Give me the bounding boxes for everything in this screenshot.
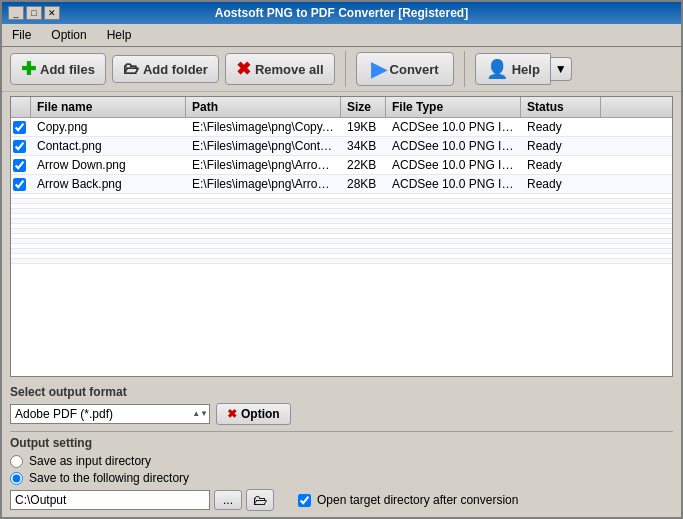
- row-filename: Copy.png: [31, 118, 186, 136]
- row-path: E:\Files\image\png\Arrow ...: [186, 175, 341, 193]
- row-filetype: ACDSee 10.0 PNG Image: [386, 175, 521, 193]
- remove-all-button[interactable]: ✖ Remove all: [225, 53, 335, 85]
- row-size: 19KB: [341, 118, 386, 136]
- menu-file[interactable]: File: [6, 26, 37, 44]
- row-extra: [601, 144, 672, 148]
- bottom-panel: Select output format Adobe PDF (*.pdf) ▲…: [2, 381, 681, 517]
- open-folder-button[interactable]: 🗁: [246, 489, 274, 511]
- col-header-path[interactable]: Path: [186, 97, 341, 117]
- row-checkbox[interactable]: [13, 178, 26, 191]
- add-files-label: Add files: [40, 62, 95, 77]
- row-checkbox-cell[interactable]: [11, 138, 31, 155]
- help-label: Help: [512, 62, 540, 77]
- row-status: Ready: [521, 175, 601, 193]
- row-extra: [601, 182, 672, 186]
- row-status: Ready: [521, 156, 601, 174]
- row-size: 34KB: [341, 137, 386, 155]
- radio-save-as-input-label: Save as input directory: [29, 454, 151, 468]
- row-status: Ready: [521, 118, 601, 136]
- open-target-checkbox-row: Open target directory after conversion: [298, 493, 518, 507]
- toolbar: ✚ Add files 🗁 Add folder ✖ Remove all ▶ …: [2, 47, 681, 92]
- add-folder-label: Add folder: [143, 62, 208, 77]
- row-filetype: ACDSee 10.0 PNG Image: [386, 118, 521, 136]
- directory-input[interactable]: [10, 490, 210, 510]
- title-bar: _ □ ✕ Aostsoft PNG to PDF Converter [Reg…: [2, 2, 681, 24]
- help-button-group: 👤 Help ▼: [475, 53, 572, 85]
- table-row[interactable]: Copy.png E:\Files\image\png\Copy.png 19K…: [11, 118, 672, 137]
- format-row: Adobe PDF (*.pdf) ▲▼ ✖ Option: [10, 403, 673, 425]
- main-window: _ □ ✕ Aostsoft PNG to PDF Converter [Reg…: [0, 0, 683, 519]
- minimize-button[interactable]: _: [8, 6, 24, 20]
- col-header-status[interactable]: Status: [521, 97, 601, 117]
- row-checkbox-cell[interactable]: [11, 157, 31, 174]
- remove-all-label: Remove all: [255, 62, 324, 77]
- output-section: Output setting Save as input directory S…: [10, 436, 673, 511]
- col-header-name[interactable]: File name: [31, 97, 186, 117]
- open-target-label: Open target directory after conversion: [317, 493, 518, 507]
- radio-save-to-row: Save to the following directory: [10, 471, 673, 485]
- row-path: E:\Files\image\png\Copy.png: [186, 118, 341, 136]
- menu-bar: File Option Help: [2, 24, 681, 47]
- maximize-button[interactable]: □: [26, 6, 42, 20]
- table-row[interactable]: Contact.png E:\Files\image\png\Contact..…: [11, 137, 672, 156]
- add-folder-button[interactable]: 🗁 Add folder: [112, 55, 219, 83]
- row-checkbox-cell[interactable]: [11, 119, 31, 136]
- radio-save-input-row: Save as input directory: [10, 454, 673, 468]
- radio-save-to-following[interactable]: [10, 472, 23, 485]
- table-row[interactable]: Arrow Back.png E:\Files\image\png\Arrow …: [11, 175, 672, 194]
- option-label: Option: [241, 407, 280, 421]
- row-filetype: ACDSee 10.0 PNG Image: [386, 137, 521, 155]
- row-checkbox[interactable]: [13, 159, 26, 172]
- row-filename: Arrow Down.png: [31, 156, 186, 174]
- add-files-icon: ✚: [21, 58, 36, 80]
- format-section-label: Select output format: [10, 385, 673, 399]
- close-button[interactable]: ✕: [44, 6, 60, 20]
- help-dropdown-button[interactable]: ▼: [551, 57, 572, 81]
- row-extra: [601, 163, 672, 167]
- col-header-check[interactable]: [11, 97, 31, 117]
- output-section-label: Output setting: [10, 436, 673, 450]
- table-row-empty: [11, 259, 672, 264]
- radio-save-as-input[interactable]: [10, 455, 23, 468]
- option-icon: ✖: [227, 407, 237, 421]
- row-size: 22KB: [341, 156, 386, 174]
- convert-icon: ▶: [371, 57, 386, 81]
- row-checkbox-cell[interactable]: [11, 176, 31, 193]
- col-header-size[interactable]: Size: [341, 97, 386, 117]
- browse-button[interactable]: ...: [214, 490, 242, 510]
- row-filename: Arrow Back.png: [31, 175, 186, 193]
- file-table: File name Path Size File Type Status Cop…: [10, 96, 673, 377]
- format-select-wrapper: Adobe PDF (*.pdf) ▲▼: [10, 404, 210, 424]
- row-checkbox[interactable]: [13, 140, 26, 153]
- row-path: E:\Files\image\png\Arrow ...: [186, 156, 341, 174]
- row-filetype: ACDSee 10.0 PNG Image: [386, 156, 521, 174]
- col-header-extra: [601, 97, 672, 117]
- radio-save-to-label: Save to the following directory: [29, 471, 189, 485]
- convert-button[interactable]: ▶ Convert: [356, 52, 454, 86]
- col-header-type[interactable]: File Type: [386, 97, 521, 117]
- menu-help[interactable]: Help: [101, 26, 138, 44]
- help-button[interactable]: 👤 Help: [475, 53, 551, 85]
- row-size: 28KB: [341, 175, 386, 193]
- format-select[interactable]: Adobe PDF (*.pdf): [10, 404, 210, 424]
- toolbar-separator: [345, 51, 346, 87]
- window-title: Aostsoft PNG to PDF Converter [Registere…: [68, 6, 615, 20]
- table-body: Copy.png E:\Files\image\png\Copy.png 19K…: [11, 118, 672, 375]
- option-button[interactable]: ✖ Option: [216, 403, 291, 425]
- convert-label: Convert: [390, 62, 439, 77]
- row-status: Ready: [521, 137, 601, 155]
- row-filename: Contact.png: [31, 137, 186, 155]
- directory-row: ... 🗁 Open target directory after conver…: [10, 489, 673, 511]
- toolbar-separator-2: [464, 51, 465, 87]
- select-arrows-icon: ▲▼: [192, 410, 208, 418]
- add-files-button[interactable]: ✚ Add files: [10, 53, 106, 85]
- help-icon: 👤: [486, 58, 508, 80]
- table-header: File name Path Size File Type Status: [11, 97, 672, 118]
- open-target-checkbox[interactable]: [298, 494, 311, 507]
- table-row[interactable]: Arrow Down.png E:\Files\image\png\Arrow …: [11, 156, 672, 175]
- row-checkbox[interactable]: [13, 121, 26, 134]
- menu-option[interactable]: Option: [45, 26, 92, 44]
- add-folder-icon: 🗁: [123, 60, 139, 78]
- row-extra: [601, 125, 672, 129]
- divider: [10, 431, 673, 432]
